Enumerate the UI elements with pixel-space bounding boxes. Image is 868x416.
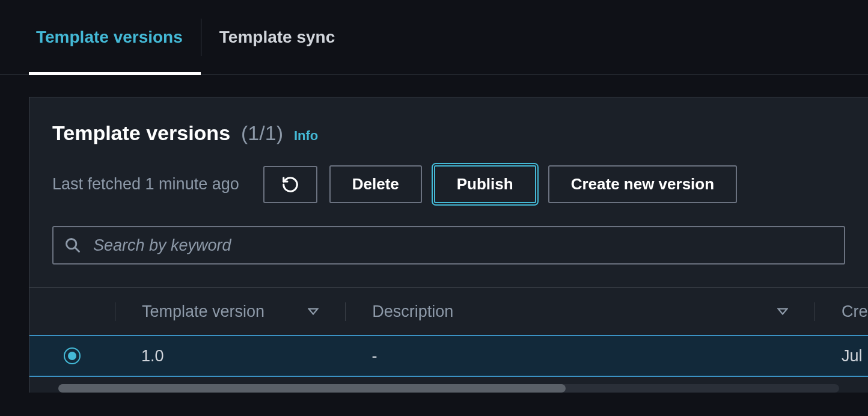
scrollbar-thumb[interactable] — [58, 384, 566, 393]
create-new-version-button[interactable]: Create new version — [548, 165, 737, 203]
refresh-icon — [281, 176, 299, 194]
tab-template-versions[interactable]: Template versions — [29, 0, 201, 75]
search-input[interactable] — [81, 236, 833, 255]
delete-button[interactable]: Delete — [329, 165, 422, 203]
row-select-cell — [29, 347, 115, 364]
column-header-created[interactable]: Cre — [815, 302, 868, 321]
panel-title: Template versions — [52, 121, 230, 145]
search-container — [52, 226, 845, 265]
sort-icon — [308, 306, 319, 317]
horizontal-scrollbar[interactable] — [58, 384, 839, 393]
panel-container: Template versions (1/1) Info Last fetche… — [0, 75, 868, 393]
publish-button[interactable]: Publish — [434, 165, 536, 203]
search-icon — [64, 237, 81, 254]
row-version-cell: 1.0 — [115, 347, 346, 366]
template-versions-panel: Template versions (1/1) Info Last fetche… — [29, 97, 868, 393]
info-link[interactable]: Info — [294, 128, 318, 144]
table-row[interactable]: 1.0 - Jul — [29, 335, 868, 377]
column-header-version-label: Template version — [142, 302, 264, 321]
row-created-cell: Jul — [815, 347, 868, 366]
radio-dot-icon — [68, 352, 76, 360]
action-row: Last fetched 1 minute ago Delete Publish… — [29, 165, 868, 203]
row-description-cell: - — [346, 347, 815, 366]
refresh-button[interactable] — [263, 166, 317, 203]
column-header-created-label: Cre — [842, 302, 868, 321]
row-radio[interactable] — [64, 347, 81, 364]
column-header-version[interactable]: Template version — [115, 302, 345, 321]
tabs-bar: Template versions Template sync — [0, 0, 868, 75]
column-header-description-label: Description — [372, 302, 453, 321]
panel-header: Template versions (1/1) Info — [29, 121, 868, 145]
table-header-row: Template version Description Cre — [29, 288, 868, 335]
tab-template-sync[interactable]: Template sync — [201, 0, 353, 75]
svg-marker-2 — [309, 309, 318, 314]
svg-line-1 — [75, 248, 79, 252]
last-fetched-text: Last fetched 1 minute ago — [52, 175, 239, 194]
panel-count: (1/1) — [241, 121, 283, 145]
column-header-description[interactable]: Description — [345, 302, 815, 321]
sort-icon — [777, 306, 788, 317]
svg-marker-3 — [778, 309, 787, 314]
versions-table: Template version Description Cre — [29, 287, 868, 377]
